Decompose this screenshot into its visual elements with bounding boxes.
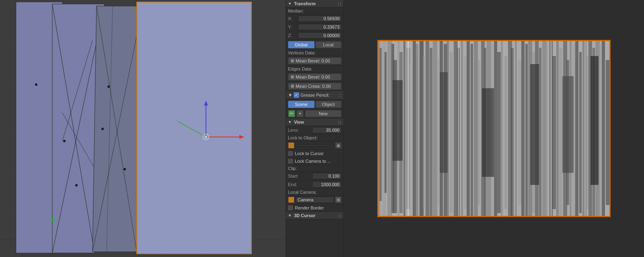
lock-object-icon[interactable] (288, 142, 294, 149)
cursor-3d-label: 3D Cursor (294, 213, 315, 218)
svg-rect-72 (426, 40, 429, 217)
svg-rect-100 (521, 40, 525, 217)
svg-point-41 (35, 83, 37, 86)
mean-creas-row[interactable]: Mean Creas: 0.00 (286, 82, 344, 91)
z-label: Z: (288, 33, 298, 38)
3d-viewport[interactable] (0, 0, 286, 257)
svg-rect-119 (586, 56, 588, 209)
svg-point-46 (107, 85, 110, 88)
svg-rect-128 (482, 88, 494, 177)
view-section-label: View (294, 120, 304, 124)
lock-camera-checkbox[interactable] (288, 159, 293, 164)
lens-input[interactable]: 35.000 (312, 127, 342, 133)
global-button[interactable]: Global (288, 41, 315, 48)
svg-rect-82 (461, 40, 463, 217)
end-label: End: (288, 182, 312, 187)
x-input[interactable]: 0.56939 (298, 15, 342, 22)
svg-point-44 (101, 128, 104, 130)
mean-creas-button[interactable]: Mean Creas: 0.00 (288, 83, 342, 90)
pencil-icon[interactable]: ✏ (288, 110, 295, 117)
render-border-checkbox[interactable] (288, 205, 293, 210)
y-row[interactable]: Y: 0.33673 (286, 23, 344, 31)
start-label: Start: (288, 174, 312, 178)
lens-label: Lens: (288, 128, 312, 133)
grease-pencil-header[interactable]: ▼ ✓ Grease Pencil: :: (286, 91, 344, 99)
svg-rect-75 (437, 60, 439, 205)
start-row[interactable]: Start: 0.100 (286, 172, 344, 180)
svg-rect-92 (494, 40, 497, 217)
lens-row[interactable]: Lens: 35.000 (286, 126, 344, 135)
svg-rect-123 (599, 44, 601, 217)
new-button[interactable]: New (305, 110, 342, 117)
svg-rect-131 (591, 56, 599, 185)
lock-object-field-row[interactable]: ⊕ (286, 141, 344, 150)
texture-image (377, 40, 611, 217)
camera-icon (288, 197, 294, 203)
properties-panel: ▼ Transform :: Median: X: 0.56939 Y: 0.3… (286, 0, 344, 257)
end-input[interactable]: 1000.000 (312, 181, 342, 188)
mean-bevel-e-row[interactable]: Mean Bevel: 0.00 (286, 73, 344, 82)
view-section-header[interactable]: ▼ View :: (286, 118, 344, 126)
vertices-data-label-row: Vertices Data: (286, 50, 344, 56)
svg-rect-124 (602, 40, 605, 217)
median-label: Median: (288, 8, 304, 13)
grease-pencil-checkbox[interactable]: ✓ (294, 92, 299, 98)
svg-rect-137 (584, 40, 586, 217)
svg-point-43 (75, 184, 78, 187)
z-input[interactable]: 0.00000 (298, 32, 342, 39)
new-row: ✏ + New (286, 109, 344, 118)
global-local-group: Global Local (286, 40, 344, 50)
x-row[interactable]: X: 0.56939 (286, 15, 344, 23)
mean-bevel-dot (291, 59, 294, 62)
svg-rect-129 (530, 64, 539, 185)
camera-frame (377, 40, 611, 217)
svg-rect-87 (477, 60, 480, 205)
cursor-collapse-icon: ▼ (288, 213, 292, 218)
svg-rect-85 (471, 44, 473, 217)
mean-bevel-e-button[interactable]: Mean Bevel: 0.00 (288, 73, 342, 81)
svg-rect-109 (552, 56, 556, 209)
object-button[interactable]: Object (315, 101, 342, 108)
y-label: Y: (288, 25, 298, 29)
plus-icon[interactable]: + (296, 110, 304, 117)
vertices-data-label: Vertices Data: (288, 50, 315, 55)
local-camera-label-row: Local Camera: (286, 189, 344, 196)
svg-rect-106 (542, 40, 547, 217)
y-input[interactable]: 0.33673 (298, 24, 342, 30)
svg-rect-117 (579, 52, 582, 213)
svg-marker-22 (137, 2, 251, 254)
lock-to-cursor-row[interactable]: Lock to Cursor (286, 150, 344, 158)
camera-clear-button[interactable]: ✕ (335, 197, 342, 203)
transform-dots: :: (338, 2, 342, 6)
eyedropper-icon[interactable]: ⊕ (335, 142, 342, 149)
svg-rect-101 (525, 44, 528, 217)
grease-pencil-label: Grease Pencil: (300, 93, 329, 97)
x-label: X: (288, 16, 298, 21)
end-row[interactable]: End: 1000.000 (286, 180, 344, 189)
transform-section-header[interactable]: ▼ Transform :: (286, 0, 344, 8)
mean-bevel-v-button[interactable]: Mean Bevel: 0.00 (288, 57, 342, 64)
z-row[interactable]: Z: 0.00000 (286, 31, 344, 40)
lock-object-input[interactable] (296, 145, 334, 146)
svg-rect-135 (502, 40, 504, 217)
local-camera-label: Local Camera: (288, 190, 317, 195)
svg-rect-95 (504, 56, 507, 209)
camera-input[interactable]: Camera (296, 197, 334, 203)
transform-section-label: Transform (294, 1, 316, 6)
local-camera-field-row[interactable]: Camera ✕ (286, 196, 344, 204)
svg-rect-57 (379, 48, 382, 201)
lock-camera-row[interactable]: Lock Camera to ... (286, 158, 344, 165)
svg-rect-69 (416, 44, 418, 217)
local-button[interactable]: Local (315, 41, 342, 48)
svg-rect-68 (413, 40, 416, 217)
svg-rect-93 (497, 52, 501, 213)
cursor-3d-section-header[interactable]: ▼ 3D Cursor :: (286, 212, 344, 220)
render-border-row[interactable]: Render Border (286, 204, 344, 212)
scene-button[interactable]: Scene (288, 101, 315, 108)
mean-bevel-v-row[interactable]: Mean Bevel: 0.00 (286, 56, 344, 66)
edges-data-label-row: Edges Data: (286, 66, 344, 73)
lock-to-cursor-checkbox[interactable] (288, 151, 293, 156)
svg-point-47 (51, 218, 54, 221)
lock-camera-label: Lock Camera to ... (295, 159, 331, 164)
start-input[interactable]: 0.100 (312, 173, 342, 179)
